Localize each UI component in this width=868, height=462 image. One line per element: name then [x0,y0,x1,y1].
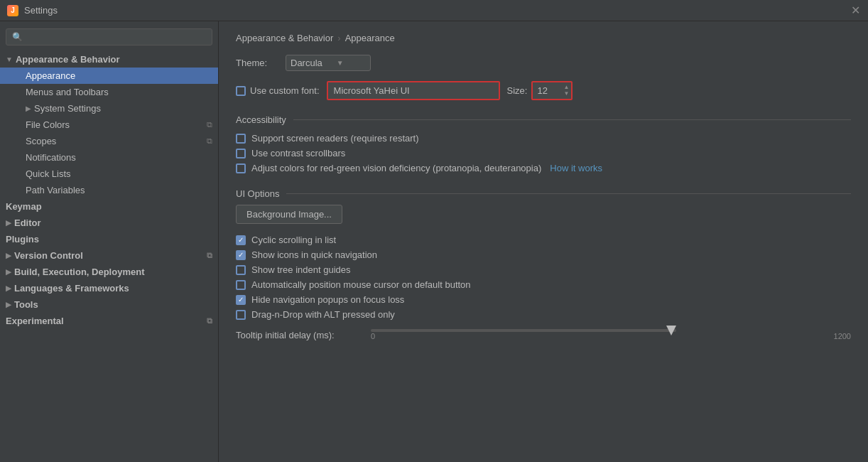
chevron-down-icon: ▼ [337,59,344,67]
main-panel: Appearance & Behavior › Appearance Theme… [219,21,868,462]
contrast-scrollbars-checkbox[interactable] [236,149,246,159]
sidebar-item-experimental[interactable]: Experimental ⧉ [0,313,218,329]
sidebar-item-label: System Settings [34,103,101,114]
use-custom-font-checkbox[interactable]: Use custom font: [236,85,320,96]
window-title: Settings [24,5,58,16]
auto-mouse-cursor-row: Automatically position mouse cursor on d… [236,277,851,292]
color-deficiency-checkbox[interactable] [236,163,246,173]
show-icons-nav-label: Show icons in quick navigation [251,249,377,260]
copy-icon: ⧉ [207,316,212,326]
tree-indent-checkbox[interactable] [236,265,246,275]
copy-icon: ⧉ [207,120,212,129]
screen-readers-row: Support screen readers (requires restart… [236,131,851,146]
decrement-icon[interactable]: ▼ [563,91,569,97]
sidebar-item-label: Editor [14,217,41,228]
slider-max-label: 1200 [834,332,851,340]
sidebar-item-appearance[interactable]: Appearance [0,68,218,84]
cyclic-scrolling-checkbox[interactable] [236,235,246,245]
sidebar-item-plugins[interactable]: Plugins [0,231,218,247]
sidebar-item-label: Quick Lists [26,168,71,179]
drag-n-drop-checkbox[interactable] [236,310,246,320]
tooltip-slider-container: 0 1200 [371,329,851,340]
size-label: Size: [507,85,528,96]
size-input-wrap[interactable]: ▲ ▼ [531,81,573,100]
expand-icon [6,284,11,292]
section-divider [286,193,851,194]
search-input[interactable] [27,32,206,42]
sidebar-item-quick-lists[interactable]: Quick Lists [0,166,218,182]
theme-select[interactable]: Darcula ▼ [286,55,371,71]
sidebar: 🔍 Appearance & Behavior Appearance Menus… [0,21,219,462]
tree-indent-row: Show tree indent guides [236,262,851,277]
auto-mouse-cursor-label: Automatically position mouse cursor on d… [251,279,471,290]
screen-readers-label: Support screen readers (requires restart… [251,133,419,144]
sidebar-item-label: Tools [14,299,38,310]
accessibility-section: Accessibility Support screen readers (re… [236,114,851,176]
font-input[interactable] [328,82,499,99]
expand-icon [6,55,13,63]
sidebar-item-label: Version Control [14,250,83,261]
sidebar-item-editor[interactable]: Editor [0,215,218,231]
screen-readers-checkbox[interactable] [236,134,246,144]
checkbox-label: Use custom font: [250,85,320,96]
sidebar-item-label: Appearance & Behavior [16,54,120,65]
color-deficiency-label: Adjust colors for red-green vision defic… [251,163,541,173]
close-button[interactable]: ✕ [850,5,861,16]
breadcrumb-sep: › [337,33,340,43]
expand-icon [6,219,11,227]
increment-icon[interactable]: ▲ [563,85,569,90]
breadcrumb: Appearance & Behavior › Appearance [236,33,851,43]
font-input-wrap[interactable] [327,81,500,100]
breadcrumb-parent: Appearance & Behavior [236,33,333,43]
background-image-button[interactable]: Background Image... [236,205,342,224]
tooltip-slider-row: Tooltip initial delay (ms): 0 1200 [236,329,851,340]
sidebar-item-tools[interactable]: Tools [0,296,218,313]
copy-icon: ⧉ [207,251,212,260]
expand-icon [6,252,11,259]
tooltip-label: Tooltip initial delay (ms): [236,330,364,340]
hide-nav-popups-checkbox[interactable] [236,295,246,305]
auto-mouse-cursor-checkbox[interactable] [236,280,246,290]
sidebar-item-system-settings[interactable]: System Settings [0,100,218,117]
section-divider [293,119,851,120]
sidebar-item-label: Appearance [26,70,75,81]
sidebar-item-label: Experimental [6,316,64,326]
sidebar-item-keymap[interactable]: Keymap [0,198,218,215]
sidebar-item-menus-toolbars[interactable]: Menus and Toolbars [0,84,218,100]
sidebar-item-notifications[interactable]: Notifications [0,149,218,166]
slider-min-label: 0 [371,332,375,340]
contrast-scrollbars-row: Use contrast scrollbars [236,146,851,161]
expand-icon [6,268,11,276]
sidebar-item-scopes[interactable]: Scopes ⧉ [0,133,218,149]
sidebar-item-appearance-behavior[interactable]: Appearance & Behavior [0,51,218,68]
titlebar-left: J Settings [7,5,58,16]
sidebar-item-languages[interactable]: Languages & Frameworks [0,280,218,296]
contrast-scrollbars-label: Use contrast scrollbars [251,148,345,159]
accessibility-section-label: Accessibility [236,114,851,125]
sidebar-item-label: Menus and Toolbars [26,87,109,97]
theme-label: Theme: [236,58,278,68]
cyclic-scrolling-row: Cyclic scrolling in list [236,232,851,247]
how-it-works-link[interactable]: How it works [550,163,602,173]
size-arrows[interactable]: ▲ ▼ [561,85,571,97]
size-input[interactable] [533,82,561,99]
show-icons-nav-checkbox[interactable] [236,250,246,260]
copy-icon: ⧉ [207,136,212,146]
size-wrap: Size: ▲ ▼ [507,81,573,100]
sidebar-item-label: Keymap [6,201,42,212]
checkbox-box[interactable] [236,86,246,96]
ui-options-section-label: UI Options [236,188,851,199]
expand-icon [6,301,11,308]
sidebar-item-version-control[interactable]: Version Control ⧉ [0,247,218,264]
expand-icon [26,104,31,112]
theme-row: Theme: Darcula ▼ [236,55,851,71]
sidebar-item-path-variables[interactable]: Path Variables [0,182,218,198]
sidebar-item-file-colors[interactable]: File Colors ⧉ [0,117,218,133]
ui-options-section: UI Options Background Image... Cyclic sc… [236,188,851,340]
search-box[interactable]: 🔍 [6,28,212,45]
hide-nav-popups-label: Hide navigation popups on focus loss [251,294,404,305]
cyclic-scrolling-label: Cyclic scrolling in list [251,235,336,245]
sidebar-item-build[interactable]: Build, Execution, Deployment [0,264,218,280]
show-icons-nav-row: Show icons in quick navigation [236,247,851,262]
color-deficiency-row: Adjust colors for red-green vision defic… [236,161,851,176]
